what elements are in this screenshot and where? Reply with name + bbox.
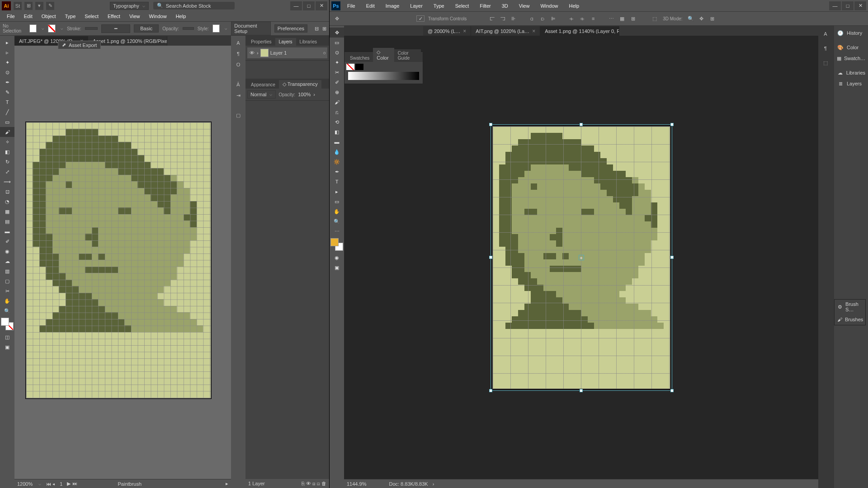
layer-row[interactable]: 👁 › Layer 1 ○ bbox=[247, 47, 327, 58]
selection-tool[interactable]: ▸ bbox=[0, 38, 14, 47]
blur-tool[interactable]: 💧 bbox=[330, 147, 344, 157]
align-icon[interactable]: ⊟ bbox=[315, 26, 319, 32]
layer-options-icon[interactable]: ⎘ 👁 ⊞ ⊟ 🗑 bbox=[302, 481, 326, 486]
char-icon[interactable]: A bbox=[818, 28, 833, 40]
layers-tab[interactable]: Layers bbox=[275, 38, 296, 46]
column-graph-tool[interactable]: ▥ bbox=[0, 266, 14, 276]
style-swatch[interactable] bbox=[212, 24, 220, 33]
roll-icon[interactable]: ✥ bbox=[697, 14, 706, 23]
align-left-icon[interactable]: ⫍ bbox=[487, 14, 496, 23]
dist-h-icon[interactable]: ⟛ bbox=[567, 14, 576, 23]
artboard-tool[interactable]: ▢ bbox=[0, 276, 14, 286]
clone-tool[interactable]: ⎌ bbox=[330, 107, 344, 117]
3d-icon[interactable]: ⬚ bbox=[650, 14, 659, 23]
title-tool-st[interactable]: St bbox=[14, 2, 22, 10]
menu-window[interactable]: Window bbox=[145, 12, 171, 20]
menu-layer[interactable]: Layer bbox=[406, 2, 427, 10]
history-brush-tool[interactable]: ⟲ bbox=[330, 117, 344, 127]
align-right-icon[interactable]: ⊪ bbox=[509, 14, 518, 23]
prefs-button[interactable]: Preferences bbox=[274, 24, 307, 33]
hand-tool[interactable]: ✋ bbox=[0, 296, 14, 306]
menu-type[interactable]: Type bbox=[61, 12, 80, 20]
edit-toolbar[interactable]: ⋯ bbox=[330, 226, 344, 236]
menu-view[interactable]: View bbox=[125, 12, 144, 20]
menu-window[interactable]: Window bbox=[536, 2, 562, 10]
dist-v-icon[interactable]: ⟚ bbox=[578, 14, 587, 23]
fill-swatch[interactable] bbox=[29, 24, 37, 33]
maximize-button[interactable]: □ bbox=[842, 1, 854, 10]
slice-tool[interactable]: ✂ bbox=[0, 286, 14, 296]
3d-panel-icon[interactable]: ⬚ bbox=[818, 56, 833, 69]
title-tool-arrange[interactable]: ▾ bbox=[35, 2, 43, 10]
lasso-tool[interactable]: ⊙ bbox=[0, 67, 14, 77]
perspective-tool[interactable]: ▦ bbox=[0, 206, 14, 216]
visibility-icon[interactable]: 👁 bbox=[249, 50, 255, 56]
swatches-tab[interactable]: Swatches bbox=[346, 54, 373, 62]
menu-object[interactable]: Object bbox=[38, 12, 60, 20]
appearance-tab[interactable]: Appearance bbox=[247, 81, 279, 89]
para-panel-icon[interactable]: ¶ bbox=[231, 48, 245, 59]
close-button[interactable]: ✕ bbox=[854, 1, 866, 10]
pen-tool[interactable]: ✒ bbox=[0, 77, 14, 87]
glyphs-icon[interactable]: Ǎ bbox=[231, 79, 245, 90]
artboards-icon[interactable]: ▢ bbox=[231, 110, 245, 121]
dist-icon[interactable]: ≡ bbox=[589, 14, 598, 23]
menu-edit[interactable]: Edit bbox=[20, 12, 37, 20]
align-bottom-icon[interactable]: ⊫ bbox=[549, 14, 558, 23]
eyedropper-tool[interactable]: ✐ bbox=[330, 77, 344, 87]
magic-wand-tool[interactable]: ✦ bbox=[0, 57, 14, 67]
title-tool-brush[interactable]: ✎ bbox=[46, 2, 54, 10]
minimize-button[interactable]: — bbox=[829, 1, 841, 10]
history-panel[interactable]: 🕘History bbox=[834, 28, 868, 38]
search-stock[interactable]: 🔍Search Adobe Stock bbox=[153, 2, 235, 9]
shaper-tool[interactable]: ✧ bbox=[0, 137, 14, 147]
tabs-icon[interactable]: ⇥ bbox=[231, 90, 245, 101]
shape-builder-tool[interactable]: ◔ bbox=[0, 197, 14, 206]
orbit-icon[interactable]: 🔍 bbox=[686, 14, 695, 23]
rotate-tool[interactable]: ↻ bbox=[0, 157, 14, 167]
menu-filter[interactable]: Filter bbox=[476, 2, 495, 10]
rectangle-tool[interactable]: ▭ bbox=[330, 197, 344, 206]
doc-size[interactable]: Doc: 8.83K/8.83K bbox=[389, 481, 428, 487]
properties-tab[interactable]: Properties bbox=[247, 38, 275, 46]
swatches-panel-btn[interactable]: ▦Swatch… bbox=[834, 53, 868, 64]
dist-layers-icon[interactable]: ⊞ bbox=[628, 14, 637, 23]
zoom-level[interactable]: 1144.9% bbox=[347, 481, 366, 487]
mesh-tool[interactable]: ▤ bbox=[0, 216, 14, 226]
menu-file[interactable]: File bbox=[3, 12, 19, 20]
screen-mode[interactable]: ▣ bbox=[330, 263, 344, 272]
close-icon[interactable]: × bbox=[463, 28, 466, 34]
menu-select[interactable]: Select bbox=[80, 12, 103, 20]
ai-canvas[interactable] bbox=[14, 46, 231, 479]
menu-help[interactable]: Help bbox=[172, 12, 190, 20]
menu-file[interactable]: File bbox=[343, 2, 359, 10]
type-tool[interactable]: T bbox=[0, 97, 14, 107]
menu-view[interactable]: View bbox=[515, 2, 534, 10]
screen-mode[interactable]: ▣ bbox=[0, 342, 14, 352]
healing-tool[interactable]: ⊕ bbox=[330, 87, 344, 97]
align-center-icon[interactable]: ⫎ bbox=[498, 14, 507, 23]
menu-image[interactable]: Image bbox=[382, 2, 404, 10]
transform-check[interactable]: ✓ bbox=[416, 15, 425, 22]
layers-panel-btn[interactable]: ≣Layers bbox=[834, 78, 868, 89]
zoom-tool[interactable]: 🔍 bbox=[0, 306, 14, 316]
eraser-tool[interactable]: ◧ bbox=[0, 147, 14, 157]
marquee-tool[interactable]: ▭ bbox=[330, 38, 344, 47]
menu-type[interactable]: Type bbox=[429, 2, 448, 10]
gradient-slider[interactable] bbox=[348, 72, 419, 80]
char-panel-icon[interactable]: A bbox=[231, 38, 245, 48]
color-tab[interactable]: ◇ Color bbox=[373, 48, 394, 62]
menu-3d[interactable]: 3D bbox=[498, 2, 512, 10]
eyedropper-tool[interactable]: ✐ bbox=[0, 236, 14, 246]
title-tool-grid[interactable]: ⊞ bbox=[24, 2, 33, 10]
para-icon[interactable]: ¶ bbox=[818, 42, 833, 55]
transform-icon[interactable]: ⊞ bbox=[322, 26, 326, 32]
asset-export-panel[interactable]: ⬈ Asset Export bbox=[58, 41, 101, 49]
quick-select-tool[interactable]: ✦ bbox=[330, 57, 344, 67]
brush-tool[interactable]: 🖌 bbox=[330, 97, 344, 107]
move-tool-opts[interactable]: ✥ bbox=[332, 14, 341, 23]
scale-tool[interactable]: ⤢ bbox=[0, 167, 14, 177]
doc-setup-button[interactable]: Document Setup bbox=[231, 22, 270, 35]
brush-float-panel[interactable]: ⚙Brush S… 🖌Brushes bbox=[834, 299, 866, 325]
brush-def[interactable]: Basic bbox=[134, 24, 159, 33]
